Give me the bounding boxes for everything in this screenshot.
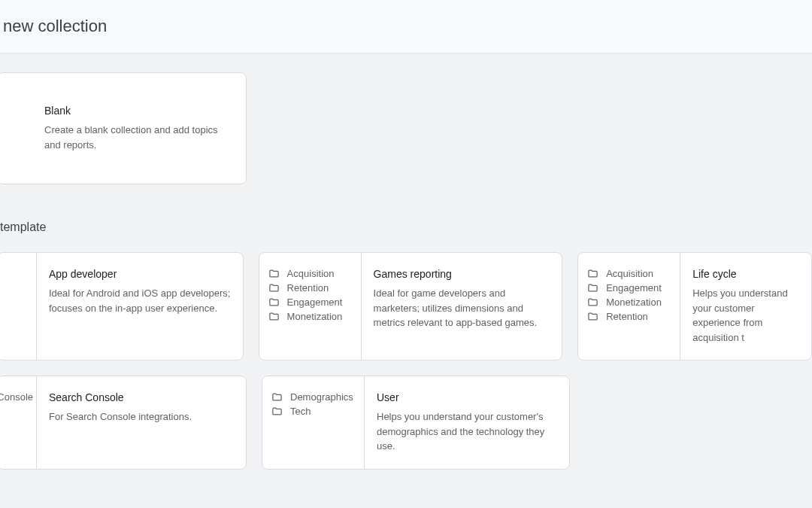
card-title: Games reporting <box>374 268 550 280</box>
folder-item: Engagement <box>268 297 352 308</box>
blank-card-desc: Create a blank collection and add topics… <box>44 123 223 152</box>
folder-label: Acquisition <box>606 268 653 279</box>
folder-label: Monetization <box>606 297 662 308</box>
card-desc: For Search Console integrations. <box>49 409 234 424</box>
template-card-games-reporting[interactable]: Acquisition Retention Engagement Monetiz… <box>259 252 563 360</box>
card-body: User Helps you understand your customer'… <box>365 376 569 469</box>
card-body: Life cycle Helps you understand your cus… <box>680 253 811 360</box>
folder-icon <box>271 391 283 403</box>
card-folder-list <box>0 253 37 360</box>
template-card-life-cycle[interactable]: Acquisition Engagement Monetization Rete… <box>577 252 812 360</box>
template-row-1: App developer Ideal for Android and iOS … <box>0 252 812 360</box>
card-folder-list: Console <box>0 376 37 469</box>
folder-icon <box>268 297 280 308</box>
folder-label: Engagement <box>606 282 662 294</box>
folder-item: Tech <box>271 406 355 417</box>
blank-card[interactable]: Blank Create a blank collection and add … <box>0 72 247 184</box>
folder-icon <box>268 282 280 294</box>
template-card-app-developer[interactable]: App developer Ideal for Android and iOS … <box>0 252 244 360</box>
template-section-label: template <box>0 221 812 234</box>
card-body: Search Console For Search Console integr… <box>37 376 246 469</box>
folder-item: Monetization <box>587 297 671 308</box>
card-title: User <box>377 391 557 403</box>
folder-label: Console <box>0 391 33 403</box>
card-title: Life cycle <box>692 268 799 280</box>
folder-icon <box>268 311 280 322</box>
folder-icon <box>587 282 598 294</box>
card-body: Games reporting Ideal for game developer… <box>362 253 562 360</box>
card-title: Search Console <box>49 391 234 403</box>
folder-label: Retention <box>287 282 329 294</box>
folder-label: Tech <box>290 406 311 417</box>
card-desc: Helps you understand your customer exper… <box>692 286 799 345</box>
content-area: Blank Create a blank collection and add … <box>0 54 812 470</box>
folder-item: Retention <box>587 311 671 322</box>
folder-item: Acquisition <box>587 268 671 279</box>
folder-label: Engagement <box>287 297 343 308</box>
card-body: App developer Ideal for Android and iOS … <box>37 253 243 360</box>
template-row-2: Console Search Console For Search Consol… <box>0 376 812 470</box>
folder-label: Demographics <box>290 391 353 403</box>
folder-label: Acquisition <box>287 268 335 279</box>
card-folder-list: Acquisition Retention Engagement Monetiz… <box>259 253 362 360</box>
page-header: new collection <box>0 0 812 54</box>
folder-icon <box>587 297 598 308</box>
page-title: new collection <box>3 17 107 35</box>
card-desc: Helps you understand your customer's dem… <box>377 409 557 454</box>
folder-icon <box>587 268 598 279</box>
card-desc: Ideal for game developers and marketers;… <box>374 286 550 330</box>
card-title: App developer <box>49 268 231 280</box>
folder-item: Engagement <box>587 282 671 294</box>
folder-icon <box>587 311 598 322</box>
folder-label: Monetization <box>287 311 343 322</box>
template-card-user[interactable]: Demographics Tech User Helps you underst… <box>262 376 570 470</box>
folder-item: Acquisition <box>268 268 352 279</box>
folder-item: Demographics <box>271 391 355 403</box>
card-desc: Ideal for Android and iOS app developers… <box>49 286 231 315</box>
card-folder-list: Acquisition Engagement Monetization Rete… <box>578 253 680 360</box>
blank-card-title: Blank <box>44 105 223 117</box>
folder-label: Retention <box>606 311 648 322</box>
card-folder-list: Demographics Tech <box>262 376 365 469</box>
folder-item: Console <box>0 391 33 403</box>
folder-icon <box>271 406 283 417</box>
folder-item: Retention <box>268 282 352 294</box>
folder-icon <box>268 268 280 279</box>
folder-item: Monetization <box>268 311 352 322</box>
template-card-search-console[interactable]: Console Search Console For Search Consol… <box>0 376 247 470</box>
